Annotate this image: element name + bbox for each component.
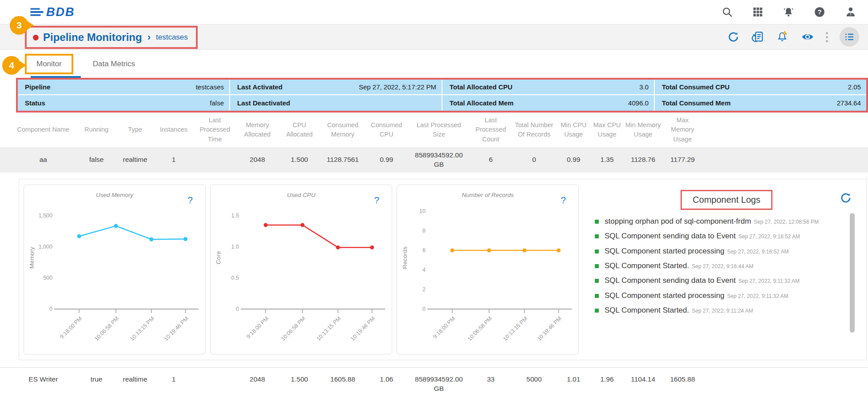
table-row-aa[interactable]: aa false realtime 1 2048 1.500 1128.7561…: [0, 147, 868, 173]
summary-label: Last Deactivated: [237, 99, 290, 107]
search-icon[interactable]: [721, 6, 733, 18]
chart-help-icon[interactable]: ?: [187, 195, 193, 205]
log-timestamp: Sep 27, 2022, 9:16:52 AM: [738, 233, 800, 240]
column-header: Memory Allocated: [236, 113, 279, 147]
cell: 2048: [236, 147, 279, 173]
summary-label: Pipeline: [25, 83, 51, 91]
summary-label: Total Allocated CPU: [450, 83, 513, 91]
chart-title: Number of Records: [397, 192, 578, 198]
more-options-icon[interactable]: [826, 32, 828, 42]
column-header: Consumed CPU: [365, 113, 408, 147]
log-timestamp: Sep 27, 2022, 9:11:24 AM: [692, 308, 753, 314]
account-user-icon[interactable]: [845, 6, 856, 18]
log-entry: SQL Component Started.Sep 27, 2022, 9:16…: [595, 260, 819, 272]
annotation-box-component-logs: Component Logs: [681, 190, 772, 210]
cell: [193, 368, 236, 376]
tab-bar: Monitor Data Metrics: [0, 50, 868, 78]
cell: 0.99: [365, 147, 408, 173]
chart-help-icon[interactable]: ?: [374, 195, 379, 205]
notifications-bell-icon[interactable]: [783, 6, 794, 18]
cell: 6: [470, 147, 512, 173]
log-entry: stopping orphan pod of sql-component-frd…: [595, 216, 819, 227]
svg-text:9:18:00 PM: 9:18:00 PM: [432, 315, 456, 340]
cell: false: [77, 147, 116, 173]
cell: 1605.88: [663, 368, 702, 385]
svg-text:10:19:46 PM: 10:19:46 PM: [163, 315, 190, 342]
view-eye-icon[interactable]: [801, 30, 814, 44]
logs-scrollbar[interactable]: [850, 213, 855, 349]
component-logs-panel: Component Logs stopping orphan pod of sq…: [583, 185, 862, 354]
cell: 1: [154, 147, 194, 173]
logs-title: Component Logs: [693, 195, 760, 205]
svg-text:Memory: Memory: [28, 247, 35, 269]
cell: 1128.7561: [320, 147, 365, 173]
chart-title: Used Memory: [24, 192, 205, 198]
logs-refresh-icon[interactable]: [840, 192, 852, 206]
bdb-logo[interactable]: BDB: [30, 5, 75, 19]
annotation-marker-4: 4: [2, 56, 21, 75]
svg-text:10:19:46 PM: 10:19:46 PM: [350, 315, 376, 342]
table-row-es-writer[interactable]: ES Writer true realtime 1 2048 1.500 160…: [0, 367, 868, 398]
status-dot: [33, 35, 39, 40]
apps-grid-icon[interactable]: [753, 7, 763, 17]
chart-help-icon[interactable]: ?: [561, 195, 566, 205]
alerts-bell-icon[interactable]: [776, 30, 789, 44]
svg-text:10:13:15 PM: 10:13:15 PM: [129, 315, 155, 342]
log-entry: SQL Component Started.Sep 27, 2022, 9:11…: [595, 305, 819, 316]
summary-label: Total Allocated Mem: [450, 99, 514, 107]
summary-row-2: Statusfalse Last Deactivated Total Alloc…: [18, 95, 866, 111]
tab-data-metrics[interactable]: Data Metrics: [93, 60, 135, 68]
log-bullet-icon: [595, 294, 599, 298]
svg-text:1.0: 1.0: [231, 244, 239, 250]
log-entry: SQL Component started processingSep 27, …: [595, 290, 819, 302]
tab-monitor[interactable]: Monitor: [36, 60, 62, 68]
cell: 33: [470, 368, 512, 385]
chart-card-number-of-records: Number of Records ? 02468109:18:00 PM10:…: [397, 185, 579, 354]
logo-waves-icon: [30, 8, 44, 16]
refresh-icon[interactable]: [727, 31, 740, 43]
help-icon[interactable]: ?: [814, 6, 825, 18]
summary-value: 4096.0: [628, 99, 649, 107]
cell: 1.500: [279, 368, 321, 385]
log-bullet-icon: [595, 264, 599, 268]
svg-text:10:06:58 PM: 10:06:58 PM: [466, 315, 493, 342]
svg-text:Records: Records: [402, 246, 408, 269]
log-timestamp: Sep 27, 2022, 9:16:52 AM: [727, 249, 789, 255]
chart-card-used-memory: Used Memory ? 05001,0001,5009:18:00 PM10…: [24, 185, 206, 354]
svg-text:10:06:58 PM: 10:06:58 PM: [93, 315, 120, 342]
cell: 1.01: [557, 368, 591, 385]
job-history-icon[interactable]: [751, 30, 764, 44]
breadcrumb-pipeline-name[interactable]: testcases: [156, 33, 188, 42]
svg-text:1.5: 1.5: [231, 213, 239, 219]
annotation-box-summary: Pipelinetestcases Last ActivatedSep 27, …: [16, 78, 868, 113]
summary-label: Last Activated: [237, 83, 283, 91]
column-header: Instances: [154, 113, 194, 147]
svg-text:1,000: 1,000: [39, 244, 52, 250]
cell: realtime: [116, 147, 154, 173]
svg-text:0: 0: [236, 306, 239, 312]
svg-text:0: 0: [49, 306, 52, 312]
logs-list[interactable]: stopping orphan pod of sql-component-frd…: [595, 216, 858, 359]
scrollbar-thumb[interactable]: [850, 213, 855, 333]
column-header: Last Processed Count: [470, 113, 512, 147]
cell: 8589934592.00 GB: [408, 368, 470, 394]
svg-text:6: 6: [422, 247, 426, 253]
page-title[interactable]: Pipeline Monitoring: [43, 31, 142, 44]
cell: 1.500: [279, 147, 321, 173]
column-header: Type: [116, 113, 154, 147]
column-header: Last Processed Time: [193, 113, 236, 147]
annotation-box-breadcrumb: Pipeline Monitoring › testcases: [25, 26, 198, 49]
log-bullet-icon: [595, 279, 599, 283]
component-table-header: Component Name Running Type Instances La…: [0, 113, 868, 147]
svg-text:2: 2: [422, 286, 426, 293]
log-timestamp: Sep 27, 2022, 9:16:44 AM: [692, 263, 753, 269]
list-view-button[interactable]: [840, 27, 859, 47]
log-timestamp: Sep 27, 2022, 9:11:32 AM: [738, 278, 800, 284]
charts-panel: Used Memory ? 05001,0001,5009:18:00 PM10…: [19, 179, 867, 360]
column-header: Last Processed Size: [408, 113, 470, 147]
summary-value: 2.05: [848, 83, 861, 91]
svg-text:0.5: 0.5: [231, 275, 239, 281]
column-header: Max Memory Usage: [663, 113, 702, 147]
summary-label: Total Consumed CPU: [662, 83, 729, 91]
annotation-marker-3: 3: [10, 16, 28, 35]
